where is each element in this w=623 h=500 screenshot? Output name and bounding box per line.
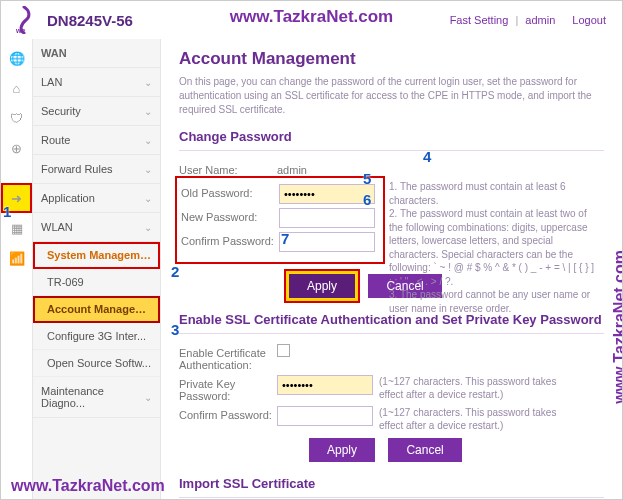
- chevron-down-icon: ⌄: [144, 106, 152, 117]
- callout-2: 2: [171, 263, 179, 280]
- confirm-password-input[interactable]: [279, 232, 375, 252]
- sidebar: WAN LAN⌄ Security⌄ Route⌄ Forward Rules⌄…: [33, 39, 161, 499]
- fast-setting-link[interactable]: Fast Setting: [450, 14, 509, 26]
- sidebar-item-3g[interactable]: Configure 3G Inter...: [33, 323, 160, 350]
- chevron-down-icon: ⌄: [144, 193, 152, 204]
- shield-icon[interactable]: 🛡: [1, 103, 32, 133]
- sidebar-item-wlan[interactable]: WLAN⌄: [33, 213, 160, 242]
- watermark-bottom: www.TazkraNet.com: [11, 477, 165, 495]
- sidebar-item-tr069[interactable]: TR-069: [33, 269, 160, 296]
- sidebar-item-route[interactable]: Route⌄: [33, 126, 160, 155]
- icon-rail: 🌐 ⌂ 🛡 ⊕ ➜ ▦ 📶: [1, 39, 33, 499]
- sidebar-item-security[interactable]: Security⌄: [33, 97, 160, 126]
- password-rules: 1. The password must contain at least 6 …: [389, 180, 599, 315]
- confirm-password-label: Confirm Password:: [181, 232, 279, 247]
- sidebar-item-wan[interactable]: WAN: [33, 39, 160, 68]
- callout-7: 7: [281, 230, 289, 247]
- callout-6: 6: [363, 191, 371, 208]
- private-key-label: Private Key Password:: [179, 375, 277, 402]
- enable-cert-label: Enable Certificate Authentication:: [179, 344, 277, 371]
- private-key-hint: (1~127 characters. This password takes e…: [379, 375, 579, 401]
- chevron-down-icon: ⌄: [144, 392, 152, 403]
- ssl-apply-button[interactable]: Apply: [309, 438, 375, 462]
- svg-text:we: we: [15, 27, 25, 34]
- we-logo: we: [13, 6, 35, 34]
- import-heading: Import SSL Certificate: [179, 476, 604, 491]
- main-panel: Account Management On this page, you can…: [161, 39, 622, 499]
- ssl-confirm-label: Confirm Password:: [179, 406, 277, 421]
- password-box: Old Password: New Password: Confirm Pass…: [179, 180, 381, 260]
- ssl-confirm-hint: (1~127 characters. This password takes e…: [379, 406, 579, 432]
- chevron-down-icon: ⌄: [144, 135, 152, 146]
- old-password-input[interactable]: [279, 184, 375, 204]
- home-icon[interactable]: ⌂: [1, 73, 32, 103]
- callout-4: 4: [423, 148, 431, 165]
- sidebar-item-system-management[interactable]: System Management: [33, 242, 160, 269]
- sidebar-item-forward-rules[interactable]: Forward Rules⌄: [33, 155, 160, 184]
- route-icon[interactable]: ⊕: [1, 133, 32, 163]
- ssl-cancel-button[interactable]: Cancel: [388, 438, 461, 462]
- watermark-top: www.TazkraNet.com: [230, 7, 393, 27]
- app-header: we DN8245V-56 www.TazkraNet.com Fast Set…: [1, 1, 622, 39]
- logout-link[interactable]: Logout: [572, 14, 606, 26]
- sidebar-item-lan[interactable]: LAN⌄: [33, 68, 160, 97]
- wifi-icon[interactable]: 📶: [1, 243, 32, 273]
- sidebar-item-application[interactable]: Application⌄: [33, 184, 160, 213]
- ssl-confirm-input[interactable]: [277, 406, 373, 426]
- page-desc: On this page, you can change the passwor…: [179, 75, 604, 117]
- chevron-down-icon: ⌄: [144, 222, 152, 233]
- apply-button[interactable]: Apply: [289, 274, 355, 298]
- callout-5: 5: [363, 170, 371, 187]
- watermark-right: www.TazkraNet.com: [611, 250, 623, 404]
- old-password-label: Old Password:: [181, 184, 279, 199]
- callout-1: 1: [3, 203, 11, 220]
- change-password-heading: Change Password: [179, 129, 604, 144]
- model-number: DN8245V-56: [47, 12, 133, 29]
- sidebar-item-maintenance[interactable]: Maintenance Diagno...⌄: [33, 377, 160, 418]
- page-title: Account Management: [179, 49, 604, 69]
- enable-cert-checkbox[interactable]: [277, 344, 290, 357]
- globe-icon[interactable]: 🌐: [1, 43, 32, 73]
- new-password-label: New Password:: [181, 208, 279, 223]
- admin-link[interactable]: admin: [525, 14, 555, 26]
- sidebar-item-account-management[interactable]: Account Management: [33, 296, 160, 323]
- new-password-input[interactable]: [279, 208, 375, 228]
- chevron-down-icon: ⌄: [144, 164, 152, 175]
- header-links: Fast Setting | admin Logout: [446, 14, 610, 26]
- chevron-down-icon: ⌄: [144, 77, 152, 88]
- sidebar-item-opensource[interactable]: Open Source Softw...: [33, 350, 160, 377]
- callout-3: 3: [171, 321, 179, 338]
- username-label: User Name:: [179, 161, 277, 176]
- private-key-input[interactable]: [277, 375, 373, 395]
- username-value: admin: [277, 161, 307, 176]
